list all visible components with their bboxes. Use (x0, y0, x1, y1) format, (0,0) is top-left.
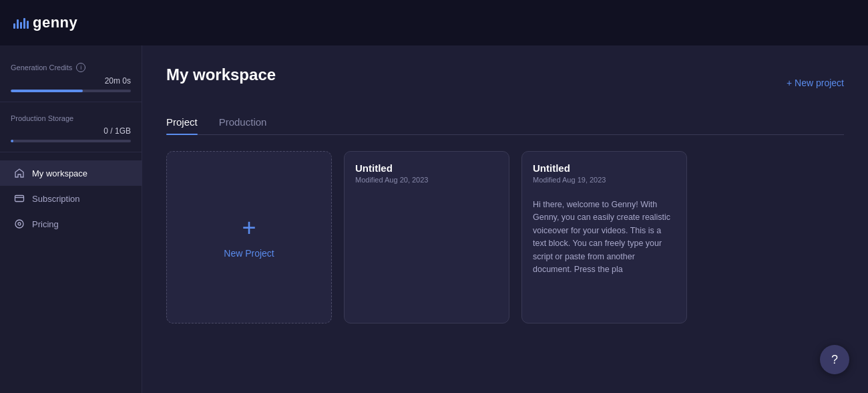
production-storage-section: Production Storage 0 / 1GB (0, 108, 142, 152)
production-storage-progress-fill (11, 140, 13, 142)
generation-credits-section: Generation Credits i 20m 0s (0, 56, 142, 102)
cards-grid: + New Project Untitled Modified Aug 20, … (166, 151, 844, 323)
card-modified-untitled-2: Modified Aug 19, 2023 (533, 176, 676, 184)
content-header-row: My workspace + New project (166, 66, 844, 100)
generation-credits-progress-fill (11, 90, 83, 92)
card-preview-untitled-1 (345, 190, 509, 323)
card-title-untitled-1: Untitled (355, 162, 498, 174)
production-storage-label: Production Storage (11, 114, 131, 122)
card-modified-untitled-1: Modified Aug 20, 2023 (355, 176, 498, 184)
new-project-card-label: New Project (224, 248, 274, 259)
production-storage-progress-bg (11, 140, 131, 142)
card-icon (13, 192, 25, 205)
logo: genny (13, 14, 77, 31)
logo-bars-icon (13, 17, 29, 29)
generation-credits-info-icon[interactable]: i (76, 63, 85, 72)
svg-rect-0 (15, 196, 24, 202)
sidebar-item-subscription[interactable]: Subscription (0, 186, 142, 211)
sidebar-item-subscription-label: Subscription (32, 194, 80, 204)
project-card-untitled-1[interactable]: Untitled Modified Aug 20, 2023 (344, 151, 509, 323)
card-header-untitled-2: Untitled Modified Aug 19, 2023 (522, 152, 686, 190)
tabs-bar: Project Production (166, 116, 844, 135)
new-project-header-button[interactable]: + New project (787, 78, 844, 88)
generation-credits-label: Generation Credits i (11, 63, 131, 72)
production-storage-value: 0 / 1GB (11, 126, 131, 136)
sidebar-item-my-workspace-label: My workspace (32, 168, 87, 178)
new-project-plus-icon: + (242, 216, 256, 240)
sidebar-nav: My workspace Subscription (0, 158, 142, 382)
card-header-untitled-1: Untitled Modified Aug 20, 2023 (345, 152, 509, 190)
main-layout: Generation Credits i 20m 0s Production S… (0, 45, 868, 393)
generation-credits-value: 20m 0s (11, 76, 131, 86)
sidebar-item-my-workspace[interactable]: My workspace (0, 160, 142, 186)
logo-text: genny (33, 14, 77, 31)
project-card-untitled-2[interactable]: Untitled Modified Aug 19, 2023 Hi there,… (521, 151, 687, 323)
generation-credits-progress-bg (11, 90, 131, 92)
card-preview-untitled-2: Hi there, welcome to Genny! With Genny, … (522, 190, 686, 323)
content-area: My workspace + New project Project Produ… (142, 45, 868, 393)
svg-point-2 (15, 220, 23, 228)
sidebar: Generation Credits i 20m 0s Production S… (0, 45, 142, 393)
svg-point-3 (18, 223, 21, 225)
page-title: My workspace (166, 66, 276, 84)
tab-project[interactable]: Project (166, 116, 198, 134)
home-icon (13, 167, 25, 179)
sidebar-item-pricing-label: Pricing (32, 219, 59, 229)
tag-icon (13, 218, 25, 230)
card-title-untitled-2: Untitled (533, 162, 676, 174)
new-project-card[interactable]: + New Project (166, 151, 332, 323)
help-button[interactable]: ? (820, 345, 849, 374)
sidebar-item-pricing[interactable]: Pricing (0, 211, 142, 237)
tab-production[interactable]: Production (219, 116, 267, 134)
topbar: genny (0, 0, 868, 45)
